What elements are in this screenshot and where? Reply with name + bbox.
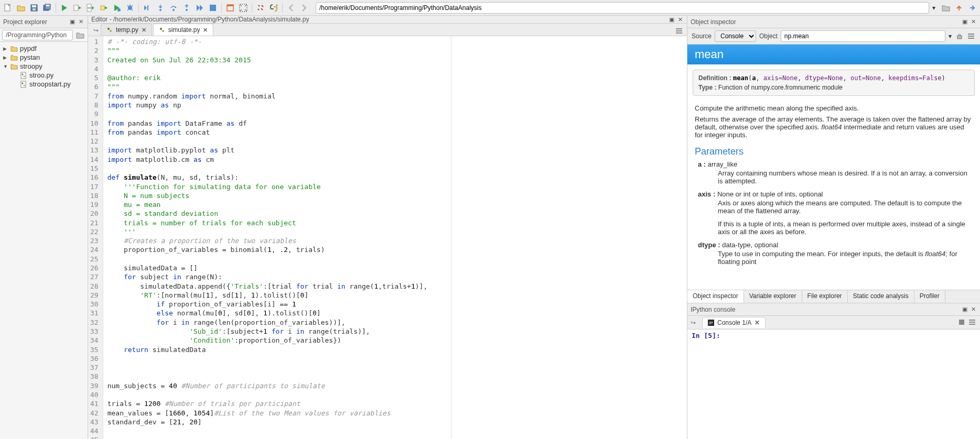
svg-rect-42 [968, 38, 974, 39]
pythonpath-icon[interactable] [268, 2, 279, 14]
svg-point-33 [110, 30, 112, 32]
console-tab-1a[interactable]: IP Console 1/A ✕ [702, 317, 766, 328]
explorer-header: Project explorer ▣ ✕ [0, 16, 88, 28]
source-select[interactable]: Console [715, 30, 756, 42]
object-input[interactable] [781, 30, 945, 42]
preferences-icon[interactable] [255, 2, 266, 14]
doc-container[interactable]: mean Definition : mean(a, axis=None, dty… [687, 45, 980, 290]
svg-rect-37 [676, 30, 682, 31]
svg-line-16 [127, 9, 128, 10]
svg-rect-48 [969, 324, 975, 325]
param-a: a : array_like Array containing numbers … [698, 160, 973, 185]
editor-options-icon[interactable] [675, 27, 684, 36]
debug-continue-icon[interactable] [194, 2, 206, 14]
working-directory-input[interactable] [316, 2, 929, 14]
debug-step-into-icon[interactable] [155, 2, 166, 14]
tab-close-icon[interactable]: ✕ [755, 319, 760, 326]
svg-rect-7 [74, 5, 78, 10]
tree-label: pystan [20, 53, 40, 61]
code-content[interactable]: # -*- coding: utf-8 -*-"""Created on Sun… [103, 36, 432, 439]
browse-folder-icon[interactable] [940, 2, 952, 14]
tab-label: temp.py [116, 26, 138, 34]
undock-icon[interactable]: ▣ [69, 18, 76, 26]
tree-label: stroopy [20, 62, 42, 70]
debug-step-over-icon[interactable] [168, 2, 179, 14]
console-body[interactable]: In [5]: [687, 330, 980, 439]
debug-stop-icon[interactable] [207, 2, 219, 14]
definition-label: Definition : [698, 74, 731, 82]
svg-rect-26 [21, 72, 26, 79]
forward-icon[interactable] [298, 2, 310, 14]
open-file-icon[interactable] [15, 2, 27, 14]
run-icon[interactable] [59, 2, 70, 14]
console-history-icon[interactable]: ↪ [691, 319, 700, 326]
python-file-icon [106, 27, 113, 33]
undock-icon[interactable]: ▣ [961, 306, 968, 313]
svg-point-19 [159, 9, 161, 11]
fullscreen-icon[interactable] [238, 2, 249, 14]
run-last-icon[interactable] [111, 2, 123, 14]
tree-label: stroopstart.py [29, 80, 71, 88]
maximize-icon[interactable] [224, 2, 236, 14]
svg-rect-24 [227, 5, 233, 6]
explorer-path-input[interactable]: /Programming/Python [2, 30, 73, 40]
debug-step-out-icon[interactable] [181, 2, 192, 14]
tab-close-icon[interactable]: ✕ [142, 27, 146, 34]
inspector-title: Object inspector [691, 18, 736, 26]
tab-static-code-analysis[interactable]: Static code analysis [848, 290, 914, 303]
svg-line-17 [132, 9, 133, 10]
tree-file-stroo[interactable]: stroo.py [13, 71, 84, 80]
type-value: Function of numpy.core.fromnumeric modul… [718, 84, 843, 91]
back-icon[interactable] [285, 2, 297, 14]
console-tabs: ↪ IP Console 1/A ✕ [687, 316, 980, 330]
tab-close-icon[interactable]: ✕ [203, 27, 208, 34]
new-file-icon[interactable] [2, 2, 14, 14]
save-icon[interactable] [28, 2, 40, 14]
svg-point-34 [160, 28, 162, 30]
set-as-cwd-icon[interactable] [966, 2, 978, 14]
save-all-icon[interactable] [41, 2, 53, 14]
tree-folder-pypdf[interactable]: ▶pypdf [3, 44, 84, 53]
tree-file-stroopstart[interactable]: stroopstart.py [13, 80, 84, 89]
tab-history-icon[interactable]: ↪ [91, 25, 101, 36]
inspector-lock-icon[interactable] [955, 31, 964, 41]
tree-folder-stroopy[interactable]: ▼stroopy [3, 62, 84, 71]
inspector-options-icon[interactable] [966, 31, 976, 41]
undock-icon[interactable]: ▣ [961, 18, 968, 26]
editor-tabs: ↪ temp.py ✕ simulate.py ✕ [88, 24, 687, 36]
debug-step-icon[interactable] [142, 2, 153, 14]
debug-icon[interactable] [124, 2, 136, 14]
tab-profiler[interactable]: Profiler [914, 290, 945, 303]
svg-point-11 [117, 8, 121, 12]
explorer-title: Project explorer [3, 18, 47, 26]
console-options-icon[interactable] [968, 319, 977, 327]
run-cell-advance-icon[interactable] [85, 2, 96, 14]
svg-point-30 [22, 82, 24, 84]
toolbar-separator [56, 3, 56, 13]
tab-object-inspector[interactable]: Object inspector [687, 290, 744, 303]
object-dropdown-icon[interactable]: ▾ [949, 32, 952, 40]
param-axis: axis : None or int or tuple of ints, opt… [698, 190, 973, 236]
run-cell-icon[interactable] [72, 2, 83, 14]
close-pane-icon[interactable]: ✕ [676, 16, 684, 23]
explorer-browse-icon[interactable] [75, 30, 85, 40]
inspector-header: Object inspector ▣ ✕ [687, 16, 980, 28]
parent-folder-icon[interactable] [953, 2, 965, 14]
tab-simulate[interactable]: simulate.py ✕ [153, 24, 214, 36]
console-tab-label: Console 1/A [717, 319, 751, 326]
svg-rect-6 [46, 5, 49, 6]
tab-file-explorer[interactable]: File explorer [802, 290, 848, 303]
cwd-dropdown-icon[interactable]: ▾ [929, 4, 939, 12]
undock-icon[interactable]: ▣ [668, 16, 675, 23]
tab-temp[interactable]: temp.py ✕ [101, 24, 152, 36]
console-stop-icon[interactable] [958, 319, 966, 327]
close-pane-icon[interactable]: ✕ [77, 18, 84, 26]
run-selection-icon[interactable] [98, 2, 110, 14]
tab-variable-explorer[interactable]: Variable explorer [744, 290, 802, 303]
main-toolbar: ▾ [0, 0, 980, 16]
close-pane-icon[interactable]: ✕ [970, 306, 977, 313]
close-pane-icon[interactable]: ✕ [970, 18, 977, 26]
doc-summary: Compute the arithmetic mean along the sp… [695, 104, 973, 112]
tree-folder-pystan[interactable]: ▶pystan [3, 53, 84, 62]
code-editor[interactable]: 1234567891011121314151617181920212223242… [88, 36, 687, 439]
